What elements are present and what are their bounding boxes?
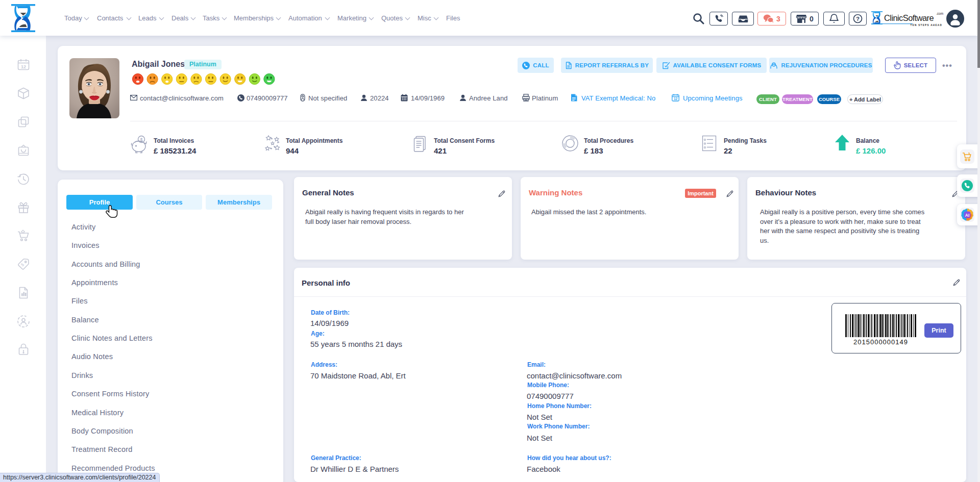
svg-text:AI: AI — [965, 213, 970, 218]
svg-text:ClinicSoftware: ClinicSoftware — [884, 13, 934, 22]
svg-text:?: ? — [856, 16, 860, 22]
svg-text:$: $ — [140, 137, 142, 142]
svg-text:TEN STEPS AHEAD: TEN STEPS AHEAD — [911, 24, 942, 27]
svg-text:.com: .com — [936, 12, 943, 15]
svg-text:$: $ — [20, 262, 25, 267]
svg-text:12: 12 — [674, 97, 678, 100]
svg-text:12: 12 — [21, 64, 26, 69]
